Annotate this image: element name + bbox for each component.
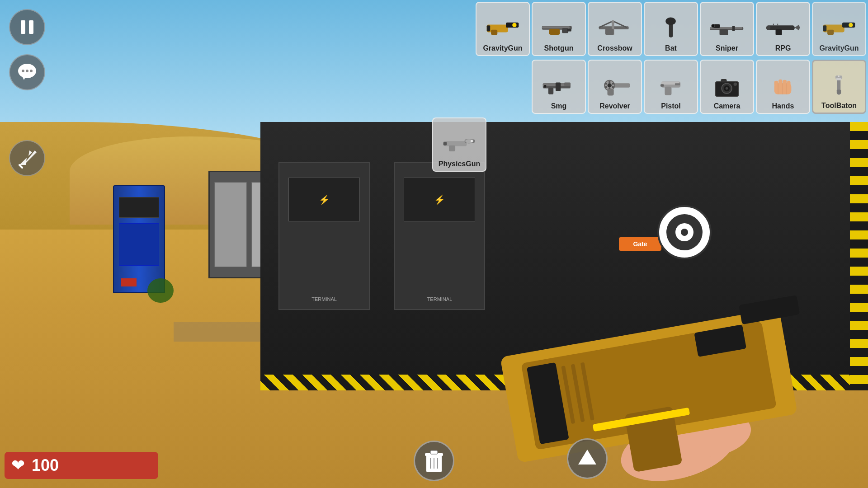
weapon-label-camera: Camera <box>714 102 741 110</box>
weapon-cell-sniper[interactable]: Sniper <box>700 2 754 56</box>
weapon-cell-camera[interactable]: Camera <box>700 60 754 114</box>
svg-rect-98 <box>837 89 841 94</box>
weapon-icon-physicsgun <box>441 129 477 158</box>
svg-rect-39 <box>605 29 614 35</box>
svg-rect-105 <box>443 142 447 145</box>
weapon-cell-bat[interactable]: Bat <box>644 2 698 56</box>
gun-svg <box>391 195 868 488</box>
settings-button[interactable] <box>9 140 45 176</box>
svg-rect-20 <box>430 450 438 454</box>
weapon-icon-toolbaton <box>821 70 857 100</box>
weapon-cell-gravitygun2[interactable]: GravityGun <box>812 2 866 56</box>
svg-rect-97 <box>836 78 841 80</box>
weapon-label-hands: Hands <box>772 102 794 110</box>
svg-rect-57 <box>823 25 827 31</box>
svg-rect-47 <box>732 26 735 31</box>
weapon-icon-smg <box>541 71 577 100</box>
weapon-label-bat: Bat <box>665 44 677 52</box>
weapon-label-crossbow: Crossbow <box>597 44 632 52</box>
vending-red-button <box>121 278 136 287</box>
chat-button[interactable] <box>9 54 45 90</box>
weapon-label-shotgun: Shotgun <box>544 44 574 52</box>
weapon-cell-pistol[interactable]: Pistol <box>644 60 698 114</box>
weapon-icon-bat <box>653 13 689 42</box>
health-value: 100 <box>32 456 59 475</box>
weapon-label-sniper: Sniper <box>716 44 738 52</box>
svg-rect-34 <box>567 29 571 32</box>
weapon-label-pistol: Pistol <box>661 102 681 110</box>
weapon-icon-gravitygun <box>485 13 521 42</box>
pause-bar-left <box>21 20 25 34</box>
svg-point-73 <box>605 83 607 85</box>
weapon-cell-hands[interactable]: Hands <box>756 60 810 114</box>
up-arrow-icon <box>576 447 599 470</box>
svg-point-29 <box>512 23 516 27</box>
svg-rect-88 <box>774 81 778 87</box>
up-arrow-button[interactable] <box>567 438 608 479</box>
svg-marker-16 <box>22 76 26 80</box>
pause-icon <box>21 20 33 34</box>
svg-point-104 <box>471 140 473 143</box>
heart-icon: ❤ <box>11 456 25 475</box>
svg-rect-32 <box>549 29 560 35</box>
svg-rect-56 <box>827 30 834 35</box>
svg-marker-49 <box>795 24 800 30</box>
svg-rect-63 <box>564 82 571 86</box>
svg-rect-103 <box>449 145 455 151</box>
svg-rect-62 <box>556 82 561 91</box>
svg-point-41 <box>665 17 676 25</box>
svg-point-86 <box>734 82 737 86</box>
weapon-icon-pistol <box>653 71 689 100</box>
health-bar: ❤ 100 <box>5 452 158 479</box>
weapon-cell-gravitygun[interactable]: GravityGun <box>476 2 530 56</box>
weapon-row-1: GravityGun Shotgun <box>474 0 868 58</box>
svg-rect-74 <box>608 89 614 96</box>
vending-screen <box>119 197 159 218</box>
svg-rect-27 <box>491 30 497 35</box>
svg-point-67 <box>608 83 612 87</box>
weapon-cell-physicsgun[interactable]: PhysicsGun <box>432 117 486 172</box>
weapon-cell-shotgun[interactable]: Shotgun <box>532 2 586 56</box>
weapon-cell-crossbow[interactable]: Crossbow <box>588 2 642 56</box>
svg-rect-44 <box>720 29 728 35</box>
svg-rect-91 <box>787 81 791 86</box>
svg-point-58 <box>849 23 853 27</box>
svg-point-13 <box>22 70 24 72</box>
svg-rect-51 <box>776 29 782 35</box>
weapon-cell-rpg[interactable]: RPG <box>756 2 810 56</box>
weapon-icon-crossbow <box>597 13 633 42</box>
trash-button[interactable] <box>414 441 454 481</box>
svg-point-70 <box>612 86 614 88</box>
weapon-label-smg: Smg <box>551 102 567 110</box>
svg-rect-61 <box>548 88 553 94</box>
weapon-row-3: PhysicsGun <box>430 116 488 174</box>
tools-icon <box>16 147 38 169</box>
weapon-label-rpg: RPG <box>775 44 791 52</box>
svg-rect-64 <box>544 85 547 88</box>
svg-rect-78 <box>660 84 664 87</box>
wall-panel-1: ⚡ TERMINAL <box>278 162 370 310</box>
svg-rect-90 <box>783 80 787 86</box>
weapon-label-gravitygun: GravityGun <box>483 44 522 52</box>
svg-point-84 <box>726 87 728 90</box>
pause-bar-right <box>29 20 33 34</box>
weapon-cell-revolver[interactable]: Revolver <box>588 60 642 114</box>
panel-text-1: TERMINAL <box>284 296 364 302</box>
svg-point-68 <box>609 81 611 83</box>
svg-point-46 <box>712 24 715 28</box>
svg-point-14 <box>26 70 28 72</box>
weapon-icon-revolver <box>597 71 633 100</box>
weapon-icon-shotgun <box>541 13 577 42</box>
weapon-cell-smg[interactable]: Smg <box>532 60 586 114</box>
weapon-icon-camera <box>709 71 745 100</box>
svg-rect-89 <box>778 80 782 86</box>
panel-lightning-1: ⚡ <box>288 178 360 221</box>
pause-button[interactable] <box>9 9 45 45</box>
weapon-cell-toolbaton[interactable]: ToolBaton <box>812 60 866 114</box>
trash-icon <box>423 449 445 474</box>
vending-machine <box>113 185 165 293</box>
svg-rect-50 <box>766 25 770 30</box>
weapon-label-physicsgun: PhysicsGun <box>439 160 480 168</box>
svg-rect-28 <box>487 25 491 31</box>
svg-rect-100 <box>443 141 467 146</box>
